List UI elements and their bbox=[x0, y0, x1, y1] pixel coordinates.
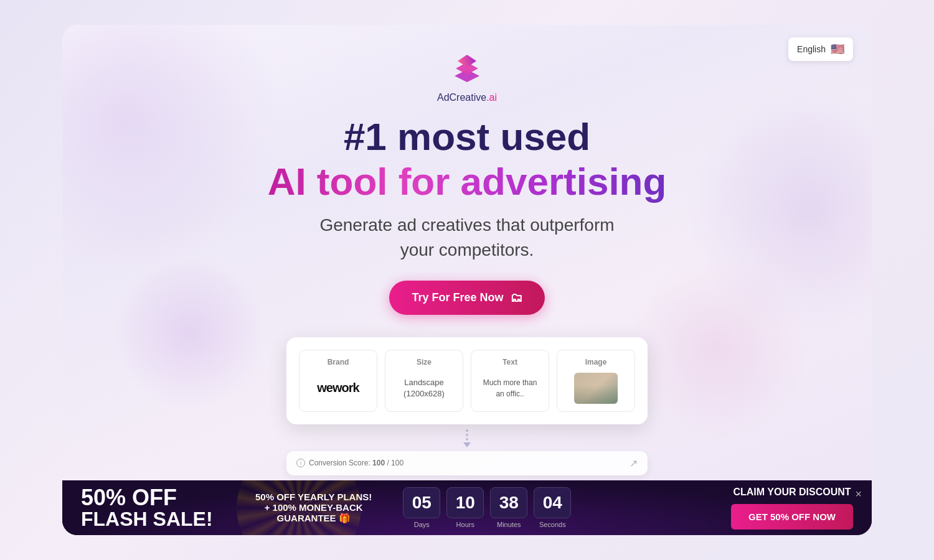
hero-subtitle: Generate ad creatives that outperform yo… bbox=[319, 213, 614, 261]
days-label: Days bbox=[414, 521, 430, 528]
countdown: 05 Days 10 Hours 38 Minutes 04 Seconds bbox=[403, 487, 571, 528]
blob-pink bbox=[623, 255, 809, 442]
promo-line1: 50% OFF YEARLY PLANS! bbox=[255, 492, 372, 502]
demo-brand-cell: Brand wework bbox=[299, 350, 377, 412]
svg-marker-2 bbox=[458, 55, 476, 67]
conversion-score-label: Conversion Score: 100 / 100 bbox=[309, 459, 403, 467]
flash-middle: 50% OFF YEARLY PLANS! + 100% MONEY-BACK … bbox=[255, 492, 372, 524]
demo-card: Brand wework Size Landscape(1200x628) Te… bbox=[286, 337, 648, 424]
demo-size-content: Landscape(1200x628) bbox=[403, 373, 445, 404]
demo-image-cell: Image bbox=[557, 350, 635, 412]
landscape-text: Landscape(1200x628) bbox=[403, 377, 445, 399]
demo-brand-label: Brand bbox=[328, 358, 349, 366]
demo-text-cell: Text Much more thanan offic.. bbox=[471, 350, 549, 412]
demo-size-label: Size bbox=[417, 358, 432, 366]
close-banner-button[interactable]: × bbox=[855, 488, 862, 501]
flash-off-text: 50% OFF bbox=[81, 487, 218, 509]
conversion-label: i Conversion Score: 100 / 100 bbox=[296, 459, 403, 467]
much-more-text: Much more thanan offic.. bbox=[483, 377, 537, 399]
promo-line2: + 100% MONEY-BACK bbox=[265, 502, 363, 513]
cta-label: Try For Free Now bbox=[412, 291, 503, 304]
outer-background: English 🇺🇸 AdCreative.ai bbox=[0, 0, 934, 560]
minutes-label: Minutes bbox=[497, 521, 521, 528]
minutes-value: 38 bbox=[490, 487, 527, 518]
logo-container: AdCreative.ai bbox=[437, 50, 497, 103]
flash-right: CLAIM YOUR DISCOUNT GET 50% OFF NOW bbox=[731, 487, 853, 530]
logo-ai: .ai bbox=[486, 92, 497, 103]
countdown-seconds: 04 Seconds bbox=[534, 487, 571, 528]
demo-row: Brand wework Size Landscape(1200x628) Te… bbox=[299, 350, 635, 412]
dot2 bbox=[466, 434, 468, 436]
info-icon: i bbox=[296, 459, 305, 467]
wework-logo: wework bbox=[317, 381, 359, 395]
hero-sub-line1: Generate ad creatives that outperform bbox=[319, 215, 614, 235]
arrow-down-icon bbox=[463, 442, 471, 447]
seconds-label: Seconds bbox=[539, 521, 566, 528]
logo-text: AdCreative.ai bbox=[437, 92, 497, 103]
cta-button[interactable]: Try For Free Now 🗂 bbox=[389, 281, 544, 315]
language-selector[interactable]: English 🇺🇸 bbox=[788, 37, 853, 61]
hero-sub-line2: your competitors. bbox=[400, 240, 534, 259]
hero-line1: #1 most used bbox=[268, 116, 667, 158]
demo-brand-content: wework bbox=[317, 373, 359, 404]
demo-image-content bbox=[574, 373, 618, 404]
conversion-bar: i Conversion Score: 100 / 100 ↗ bbox=[286, 451, 648, 475]
hours-value: 10 bbox=[446, 487, 484, 518]
demo-text-content: Much more thanan offic.. bbox=[483, 373, 537, 404]
hours-label: Hours bbox=[456, 521, 474, 528]
seconds-value: 04 bbox=[534, 487, 571, 518]
claim-text: CLAIM YOUR DISCOUNT bbox=[733, 487, 851, 498]
get-discount-button[interactable]: GET 50% OFF NOW bbox=[731, 504, 853, 530]
dots-separator bbox=[463, 429, 471, 447]
logo-ad: Ad bbox=[437, 92, 450, 103]
countdown-hours: 10 Hours bbox=[446, 487, 484, 528]
image-thumbnail bbox=[574, 373, 618, 404]
blob-purple bbox=[112, 255, 268, 411]
days-value: 05 bbox=[403, 487, 440, 518]
flash-sale-text: FLASH SALE! bbox=[81, 509, 218, 529]
hero-heading: #1 most used AI tool for advertising bbox=[268, 116, 667, 203]
demo-text-label: Text bbox=[502, 358, 517, 366]
countdown-days: 05 Days bbox=[403, 487, 440, 528]
conversion-share-icon[interactable]: ↗ bbox=[630, 457, 638, 469]
stack-icon: 🗂 bbox=[510, 291, 522, 305]
flag-icon: 🇺🇸 bbox=[831, 42, 844, 56]
flash-left: 50% OFF FLASH SALE! bbox=[81, 487, 218, 529]
logo-icon bbox=[448, 50, 486, 87]
main-card: English 🇺🇸 AdCreative.ai bbox=[62, 25, 872, 535]
logo-creative: Creative bbox=[450, 92, 487, 103]
demo-image-label: Image bbox=[585, 358, 607, 366]
flash-sale-banner: 50% OFF FLASH SALE! 50% OFF YEARLY PLANS… bbox=[62, 480, 872, 535]
countdown-minutes: 38 Minutes bbox=[490, 487, 527, 528]
language-label: English bbox=[797, 44, 826, 54]
dot1 bbox=[466, 429, 468, 432]
dot3 bbox=[466, 438, 468, 441]
hero-line2: AI tool for advertising bbox=[268, 161, 667, 203]
promo-line3: GUARANTEE 🎁 bbox=[277, 513, 351, 524]
demo-size-cell: Size Landscape(1200x628) bbox=[385, 350, 463, 412]
